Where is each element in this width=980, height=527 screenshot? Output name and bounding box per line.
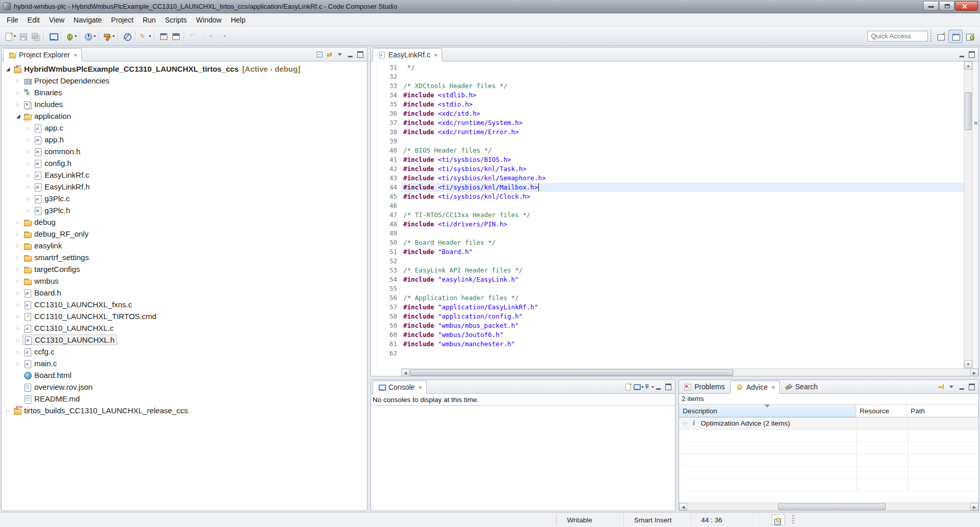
menu-run[interactable]: Run xyxy=(138,14,161,26)
tree-item-content[interactable]: Binaries xyxy=(23,87,64,98)
tree-item-board-h[interactable]: ▷Board.h xyxy=(2,287,367,299)
new-button[interactable]: ▾ xyxy=(3,30,17,43)
tree-item-content[interactable]: debug xyxy=(23,217,58,227)
code-line[interactable]: #include <xdc/runtime/System.h> xyxy=(401,118,964,128)
ccs-edit-perspective-button[interactable] xyxy=(948,30,963,43)
link-with-editor-icon[interactable] xyxy=(324,50,335,59)
tree-item-content[interactable]: CC1310_LAUNCHXL_fxns.c xyxy=(23,299,134,310)
chevron-down-icon[interactable]: ▾ xyxy=(224,34,226,38)
view-menu-icon[interactable] xyxy=(946,382,956,391)
tree-item-ccfg-c[interactable]: ▷ccfg.c xyxy=(2,346,367,357)
chevron-down-icon[interactable]: ▾ xyxy=(75,34,77,38)
tree-item-content[interactable]: ccfg.c xyxy=(23,346,56,357)
tree-item-cc1310-launchxl-tirtos-cmd[interactable]: ▷CC1310_LAUNCHXL_TIRTOS.cmd xyxy=(2,310,367,322)
chevron-down-icon[interactable]: ▾ xyxy=(14,34,16,38)
code-line[interactable]: #include <ti/drivers/PIN.h> xyxy=(401,220,964,229)
column-header-resource[interactable]: Resource xyxy=(856,405,907,417)
code-line[interactable]: /* Application header files */ xyxy=(401,293,964,303)
tree-collapsed-arrow-icon[interactable]: ▷ xyxy=(14,326,23,331)
tree-item-board-html[interactable]: Board.html xyxy=(2,369,367,381)
menu-help[interactable]: Help xyxy=(226,14,250,26)
code-line[interactable]: /* TI-RTOS/CC13xx Header files */ xyxy=(401,210,964,220)
code-line[interactable] xyxy=(401,349,964,358)
scrollbar-thumb[interactable] xyxy=(410,369,733,376)
scroll-down-icon[interactable]: ▼ xyxy=(964,360,972,368)
scroll-left-icon[interactable]: ◀ xyxy=(679,503,687,511)
tree-item-content[interactable]: EasyLinkRf.h xyxy=(33,181,92,192)
table-row[interactable]: ▷Optimization Advice (2 items) xyxy=(679,417,978,430)
tree-item-content[interactable]: application xyxy=(23,111,73,121)
tree-collapsed-arrow-icon[interactable]: ▷ xyxy=(24,184,33,189)
maximize-panel-icon[interactable] xyxy=(663,382,673,391)
tree-collapsed-arrow-icon[interactable]: ▷ xyxy=(14,255,23,260)
tree-item-debug-rf-only[interactable]: ▷debug_RF_only xyxy=(2,228,367,240)
ccs-debug-perspective-button[interactable] xyxy=(963,30,977,43)
tree-item-content[interactable]: README.md xyxy=(23,393,82,404)
target-console-button[interactable] xyxy=(47,30,59,43)
tree-expanded-arrow-icon[interactable]: ◢ xyxy=(14,113,23,119)
tree-item-content[interactable]: CC1310_LAUNCHXL_TIRTOS.cmd xyxy=(23,311,159,322)
tree-item-content[interactable]: wmbus xyxy=(23,276,61,286)
tree-collapsed-arrow-icon[interactable]: ▷ xyxy=(24,149,33,154)
tree-item-cc1310-launchxl-fxns-c[interactable]: ▷CC1310_LAUNCHXL_fxns.c xyxy=(2,299,367,310)
next-annotation-icon[interactable] xyxy=(936,382,946,391)
tree-collapsed-arrow-icon[interactable]: ▷ xyxy=(14,102,23,107)
editor-horizontal-scrollbar[interactable]: ◀ ▶ xyxy=(401,368,978,376)
tree-item-targetconfigs[interactable]: ▷targetConfigs xyxy=(2,263,367,275)
code-line[interactable] xyxy=(401,229,964,238)
tree-item-content[interactable]: common.h xyxy=(33,146,82,157)
close-icon[interactable]: × xyxy=(74,51,78,59)
tree-item-project-dependencies[interactable]: ▷Project Dependencies xyxy=(2,75,367,87)
tree-item-hybridwmbusplcexample-cc1310-launchxl-tirtos-ccs[interactable]: ◢ccsHybridWmbusPlcExample_CC1310_LAUNCHX… xyxy=(2,63,367,75)
code-line[interactable]: #include "wmbus/manchester.h" xyxy=(401,340,964,349)
tree-collapsed-arrow-icon[interactable]: ▷ xyxy=(24,173,33,178)
tab-easylinkrf-c[interactable]: EasyLinkRf.c × xyxy=(373,48,442,61)
tree-item-includes[interactable]: ▷Includes xyxy=(2,98,367,110)
tree-item-overview-rov-json[interactable]: overview.rov.json xyxy=(2,381,367,393)
menu-project[interactable]: Project xyxy=(106,14,138,26)
terminate-button[interactable] xyxy=(121,30,133,43)
chevron-down-icon[interactable]: ▾ xyxy=(113,34,115,38)
code-line[interactable]: #include "wmbus/3outof6.h" xyxy=(401,330,964,340)
tree-expanded-arrow-icon[interactable]: ◢ xyxy=(4,66,12,72)
tree-collapsed-arrow-icon[interactable]: ▷ xyxy=(24,208,33,213)
tree-collapsed-arrow-icon[interactable]: ▷ xyxy=(14,267,23,272)
tree-collapsed-arrow-icon[interactable]: ▷ xyxy=(14,220,23,225)
scroll-right-icon[interactable]: ▶ xyxy=(970,369,978,376)
maximize-window-button[interactable] xyxy=(939,1,954,11)
code-line[interactable]: #include <ti/sysbios/knl/Mailbox.h> xyxy=(401,183,964,192)
minimize-panel-icon[interactable] xyxy=(345,50,355,59)
menu-edit[interactable]: Edit xyxy=(23,14,45,26)
flash-button[interactable]: ▾ xyxy=(138,30,152,43)
code-line[interactable] xyxy=(401,72,964,81)
column-header-description[interactable]: Description xyxy=(679,405,856,417)
tree-item-content[interactable]: EasyLinkRf.c xyxy=(33,170,92,180)
tree-collapsed-arrow-icon[interactable]: ▷ xyxy=(4,408,12,413)
tree-item-easylink[interactable]: ▷easylink xyxy=(2,240,367,251)
tree-collapsed-arrow-icon[interactable]: ▷ xyxy=(14,279,23,284)
tree-collapsed-arrow-icon[interactable]: ▷ xyxy=(14,338,23,343)
tree-collapsed-arrow-icon[interactable]: ▷ xyxy=(14,302,23,307)
tree-item-debug[interactable]: ▷debug xyxy=(2,216,367,228)
tree-item-tirtos-builds-cc1310-launchxl-release-ccs[interactable]: ▷RTSCtirtos_builds_CC1310_LAUNCHXL_relea… xyxy=(2,405,367,416)
quick-access-input[interactable] xyxy=(867,31,928,41)
minimize-window-button[interactable] xyxy=(923,1,939,11)
scrollbar-thumb[interactable] xyxy=(778,503,886,510)
tree-item-binaries[interactable]: ▷Binaries xyxy=(2,87,367,98)
tree-item-content[interactable]: easylink xyxy=(23,240,64,251)
editor-vertical-scrollbar[interactable]: ▲ ▼ xyxy=(964,61,972,368)
close-icon[interactable]: × xyxy=(771,384,775,391)
pin-console-icon[interactable] xyxy=(643,384,650,390)
tree-item-easylinkrf-c[interactable]: ▷EasyLinkRf.c xyxy=(2,169,367,181)
code-line[interactable]: #include <ti/sysbios/knl/Semaphore.h> xyxy=(401,174,964,183)
code-line[interactable]: #include "Board.h" xyxy=(401,247,964,257)
tree-item-content[interactable]: Includes xyxy=(23,99,65,110)
scroll-left-icon[interactable]: ◀ xyxy=(401,369,409,376)
tree-collapsed-arrow-icon[interactable]: ▷ xyxy=(24,125,33,131)
sync-windows-button[interactable] xyxy=(157,30,169,43)
code-line[interactable] xyxy=(401,201,964,210)
tree-item-app-h[interactable]: ▷app.h xyxy=(2,134,367,145)
tree-item-content[interactable]: main.c xyxy=(23,358,59,369)
tab-problems[interactable]: Problems xyxy=(679,380,729,393)
menu-view[interactable]: View xyxy=(45,14,69,26)
